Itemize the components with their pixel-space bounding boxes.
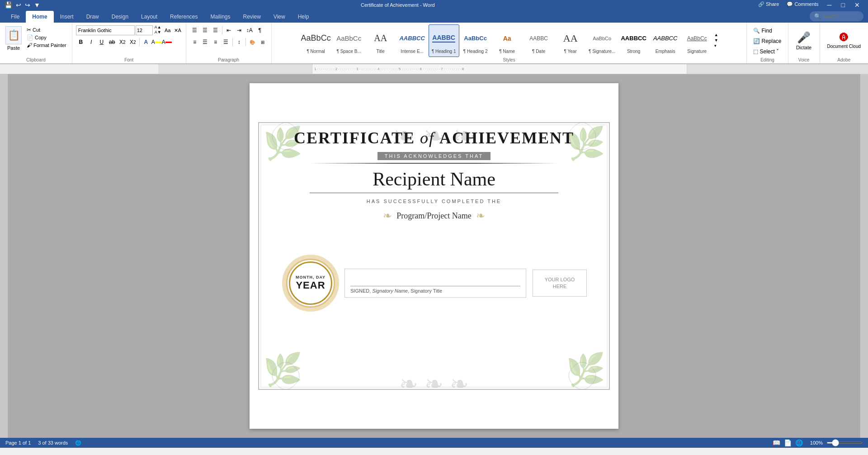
search-input[interactable] <box>823 14 859 19</box>
tab-insert[interactable]: Insert <box>54 11 80 23</box>
acknowledges-text[interactable]: THIS ACKNOWLEDGES THAT <box>377 152 491 160</box>
shading-button[interactable]: 🎨 <box>247 37 257 47</box>
cut-button[interactable]: ✂ Cut <box>25 26 68 33</box>
separator-4 <box>245 38 246 46</box>
styles-scroll-up[interactable]: ▲ <box>713 33 719 38</box>
document-area[interactable]: ❧ ❧ ❧ 🌿 🌿 🌿 🌿 ❧ ❧ ❧ <box>8 74 860 438</box>
find-button[interactable]: 🔍 Find <box>750 26 784 35</box>
styles-gallery-scrollbar[interactable]: ▲ ▼ ▾ <box>713 33 719 49</box>
select-icon: ⬚ <box>753 48 758 55</box>
select-button[interactable]: ⬚ Select ˅ <box>750 47 784 56</box>
align-left-button[interactable]: ≡ <box>190 37 200 47</box>
style-normal-preview: AaBbCc <box>301 28 331 49</box>
decrease-indent-button[interactable]: ⇤ <box>224 25 234 35</box>
program-name[interactable]: Program/Project Name <box>396 211 471 221</box>
alignment-row: ≡ ☰ ≡ ☰ ↕ 🎨 ⊞ <box>190 37 268 47</box>
tab-layout[interactable]: Layout <box>135 11 164 23</box>
certificate-title[interactable]: CERTIFICATE of ACHIEVEMENT <box>294 128 574 147</box>
seal-month-day[interactable]: MONTH, DAY <box>296 275 326 280</box>
style-signature1[interactable]: AaBbCo ¶ Signature... <box>587 24 618 57</box>
style-spb-name: ¶ Space B... <box>336 49 361 54</box>
justify-button[interactable]: ☰ <box>221 37 231 47</box>
document-cloud-button[interactable]: 🅐 Document Cloud <box>824 31 864 51</box>
paste-button[interactable]: 📋 Paste <box>4 24 24 57</box>
recipient-name[interactable]: Recipient Name <box>373 168 495 190</box>
style-normal[interactable]: AaBbCc ¶ Normal <box>299 24 333 57</box>
align-center-button[interactable]: ☰ <box>200 37 210 47</box>
text-effects-button[interactable]: A <box>141 37 151 47</box>
copy-button[interactable]: 📄 Copy <box>25 34 68 41</box>
logo-box[interactable]: YOUR LOGO HERE <box>533 270 587 297</box>
right-sidebar <box>860 74 868 438</box>
minimize-button[interactable]: ─ <box>824 1 835 9</box>
bold-button[interactable]: B <box>76 37 86 47</box>
paragraph-group: ☰ ☰ ☰ ⇤ ⇥ ↕A ¶ ≡ ☰ ≡ ☰ ↕ <box>186 23 272 63</box>
comments-button[interactable]: 💬 Comments <box>784 1 821 9</box>
window-controls[interactable]: 🔗 Share 💬 Comments ─ □ ✕ <box>755 1 863 9</box>
styles-scroll-down[interactable]: ▼ <box>713 38 719 43</box>
style-heading2[interactable]: AaBbCc ¶ Heading 2 <box>460 24 491 57</box>
completed-text[interactable]: HAS SUCCESSFULLY COMPLETED THE <box>367 199 501 204</box>
tab-view[interactable]: View <box>267 11 292 23</box>
tab-file[interactable]: File <box>5 11 26 23</box>
underline-button[interactable]: U <box>97 37 107 47</box>
bullets-button[interactable]: ☰ <box>190 25 200 35</box>
tab-draw[interactable]: Draw <box>80 11 105 23</box>
font-name-input[interactable] <box>76 25 135 35</box>
sort-button[interactable]: ↕A <box>245 25 255 35</box>
document-page[interactable]: ❧ ❧ ❧ 🌿 🌿 🌿 🌿 ❧ ❧ ❧ <box>250 83 618 429</box>
replace-button[interactable]: 🔄 Replace <box>750 37 784 46</box>
borders-button[interactable]: ⊞ <box>258 37 268 47</box>
increase-indent-button[interactable]: ⇥ <box>234 25 244 35</box>
change-case-button[interactable]: Aa <box>163 26 172 35</box>
style-signature2[interactable]: AaBbCc Signature <box>682 24 712 57</box>
font-size-input[interactable] <box>136 25 153 35</box>
view-print-button[interactable]: 📄 <box>784 439 792 446</box>
style-strong[interactable]: AABBCC Strong <box>618 24 649 57</box>
search-box[interactable]: 🔍 <box>810 11 863 21</box>
seal-year[interactable]: YEAR <box>296 280 325 291</box>
text-highlight-button[interactable]: A <box>151 37 161 47</box>
view-web-button[interactable]: 🌐 <box>795 439 803 446</box>
style-emphasis[interactable]: AABBCC Emphasis <box>650 24 681 57</box>
superscript-button[interactable]: X2 <box>128 37 138 47</box>
tab-review[interactable]: Review <box>237 11 267 23</box>
ruler-left-margin <box>158 64 312 74</box>
align-right-button[interactable]: ≡ <box>211 37 221 47</box>
tab-design[interactable]: Design <box>105 11 135 23</box>
tab-help[interactable]: Help <box>292 11 316 23</box>
line-spacing-button[interactable]: ↕ <box>234 37 244 47</box>
tab-home[interactable]: Home <box>26 11 53 23</box>
style-intense-emphasis[interactable]: AABBCC Intense E... <box>397 24 428 57</box>
font-color-button[interactable]: A <box>162 37 172 47</box>
show-marks-button[interactable]: ¶ <box>255 25 265 35</box>
dictate-button[interactable]: 🎤 Dictate <box>793 29 815 52</box>
maximize-button[interactable]: □ <box>838 1 849 9</box>
format-painter-button[interactable]: 🖌 Format Painter <box>25 42 68 49</box>
highlight-indicator <box>155 42 161 43</box>
format-buttons-row: B I U ab X2 X2 A A A <box>76 37 182 47</box>
ruler-content[interactable]: 1 · · · · · · · · · 2 · · · · · · · · · … <box>312 64 687 74</box>
subscript-button[interactable]: X2 <box>118 37 127 47</box>
numbering-button[interactable]: ☰ <box>200 25 210 35</box>
close-button[interactable]: ✕ <box>851 1 863 9</box>
style-heading1[interactable]: AABBC ¶ Heading 1 <box>429 24 459 57</box>
strikethrough-button[interactable]: ab <box>107 37 117 47</box>
view-normal-button[interactable]: 📖 <box>773 439 780 446</box>
zoom-slider[interactable] <box>826 442 863 444</box>
clear-formatting-button[interactable]: ✕A <box>173 26 182 35</box>
style-year[interactable]: AA ¶ Year <box>555 24 586 57</box>
multilevel-list-button[interactable]: ☰ <box>211 25 221 35</box>
style-space-before[interactable]: AaBbCc ¶ Space B... <box>334 24 364 57</box>
tab-references[interactable]: References <box>164 11 204 23</box>
share-button[interactable]: 🔗 Share <box>755 1 782 9</box>
styles-expand[interactable]: ▾ <box>713 44 719 49</box>
signature-block[interactable]: SIGNED, Signatory Name, Signatory Title <box>344 269 526 298</box>
tab-mailings[interactable]: Mailings <box>204 11 236 23</box>
italic-button[interactable]: I <box>86 37 96 47</box>
style-name[interactable]: Aa ¶ Name <box>492 24 523 57</box>
style-title[interactable]: AA Title <box>365 24 396 57</box>
decrease-font-button[interactable]: A▼ <box>154 30 162 35</box>
ribbon: 📋 Paste ✂ Cut 📄 Copy 🖌 Format Pai <box>0 23 868 64</box>
style-date[interactable]: AABBC ¶ Date <box>524 24 554 57</box>
